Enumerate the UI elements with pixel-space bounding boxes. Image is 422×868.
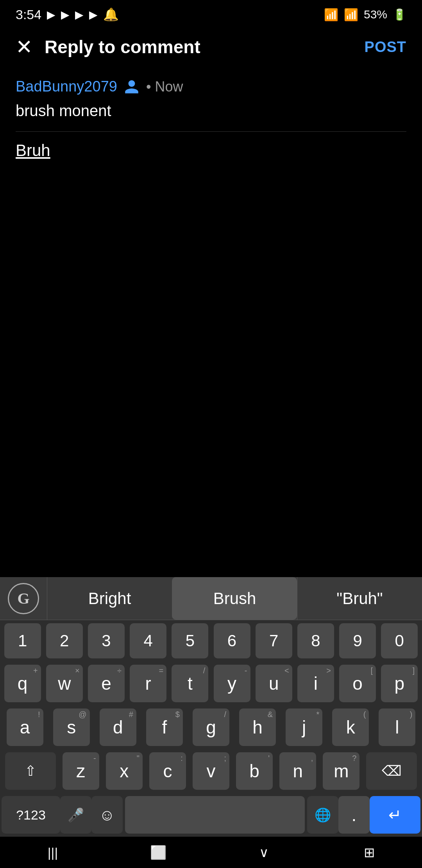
key-u[interactable]: < u	[256, 665, 292, 702]
comment-author-row: BadBunny2079 • Now	[16, 78, 406, 95]
author-name[interactable]: BadBunny2079	[16, 78, 117, 95]
key-g[interactable]: / g	[193, 708, 229, 746]
header: ✕ Reply to comment POST	[0, 27, 422, 66]
keyboard: G Bright Brush "Bruh" 1 2 3 4 5 6 7 8 9 …	[0, 577, 422, 837]
battery-text: 53%	[364, 8, 387, 21]
key-w[interactable]: × w	[46, 665, 83, 702]
key-p[interactable]: ] p	[381, 665, 418, 702]
key-1[interactable]: 1	[4, 623, 41, 658]
key-0[interactable]: 0	[381, 623, 418, 658]
key-5[interactable]: 5	[172, 623, 208, 658]
emoji-key[interactable]: ☺	[91, 796, 123, 834]
key-c[interactable]: : c	[149, 752, 186, 790]
divider	[16, 131, 406, 132]
suggestion-bruh[interactable]: "Bruh"	[297, 577, 422, 620]
key-z[interactable]: - z	[63, 752, 99, 790]
status-right: 📶 📶 53% 🔋	[324, 8, 406, 22]
yt-icon-1: ▶	[47, 8, 55, 21]
yt-icon-2: ▶	[61, 8, 70, 21]
key-l[interactable]: ) l	[379, 708, 415, 746]
key-s[interactable]: @ s	[53, 708, 90, 746]
key-v[interactable]: ; v	[193, 752, 229, 790]
shift-key[interactable]: ⇧	[5, 752, 56, 790]
page-title: Reply to comment	[45, 36, 353, 57]
key-2[interactable]: 2	[46, 623, 83, 658]
yt-icon-4: ▶	[89, 8, 98, 21]
key-n[interactable]: , n	[279, 752, 316, 790]
key-i[interactable]: > i	[297, 665, 334, 702]
key-a[interactable]: ! a	[7, 708, 43, 746]
key-j[interactable]: * j	[286, 708, 322, 746]
enter-key[interactable]: ↵	[370, 796, 420, 834]
wifi-icon: 📶	[324, 8, 338, 22]
period-key[interactable]: .	[338, 796, 370, 834]
close-button[interactable]: ✕	[16, 37, 33, 57]
key-r[interactable]: = r	[130, 665, 166, 702]
nav-back-button[interactable]: |||	[37, 841, 68, 864]
key-x[interactable]: " x	[106, 752, 143, 790]
key-d[interactable]: # d	[100, 708, 136, 746]
status-time: 3:54	[16, 7, 41, 22]
globe-key[interactable]: 🌐	[307, 796, 338, 834]
suggestions-bar: G Bright Brush "Bruh"	[0, 577, 422, 620]
nav-keyboard-button[interactable]: ⊞	[354, 841, 385, 864]
key-q[interactable]: + q	[4, 665, 41, 702]
comment-area: BadBunny2079 • Now brush monent Bruh	[0, 66, 422, 168]
key-3[interactable]: 3	[88, 623, 125, 658]
battery-icon: 🔋	[393, 8, 406, 21]
status-left: 3:54 ▶ ▶ ▶ ▶ 🔔	[16, 7, 119, 22]
reply-input-text[interactable]: Bruh	[16, 141, 406, 160]
number-row: 1 2 3 4 5 6 7 8 9 0	[0, 620, 422, 662]
key-m[interactable]: ? m	[323, 752, 359, 790]
key-o[interactable]: [ o	[339, 665, 376, 702]
key-f[interactable]: $ f	[146, 708, 183, 746]
key-6[interactable]: 6	[214, 623, 250, 658]
navigation-bar: ||| ⬜ ∨ ⊞	[0, 837, 422, 868]
key-k[interactable]: ( k	[332, 708, 369, 746]
key-7[interactable]: 7	[256, 623, 292, 658]
suggestion-brush[interactable]: Brush	[172, 577, 297, 620]
key-y[interactable]: - y	[214, 665, 250, 702]
key-4[interactable]: 4	[130, 623, 166, 658]
yt-icon-3: ▶	[75, 8, 84, 21]
row-asdf: ! a @ s # d $ f / g & h * j ( k	[0, 705, 422, 749]
notification-icon: 🔔	[103, 7, 119, 22]
nav-down-button[interactable]: ∨	[248, 841, 279, 864]
signal-icon: 📶	[344, 8, 358, 22]
mic-key[interactable]: 🎤	[60, 796, 91, 834]
numbers-key[interactable]: ?123	[2, 796, 60, 834]
bottom-row: ?123 🎤 ☺ 🌐 . ↵	[0, 793, 422, 837]
key-h[interactable]: & h	[239, 708, 276, 746]
comment-time: • Now	[146, 79, 183, 95]
post-button[interactable]: POST	[365, 39, 406, 56]
key-8[interactable]: 8	[297, 623, 334, 658]
grammarly-icon: G	[4, 579, 43, 618]
author-avatar-icon	[123, 79, 140, 95]
status-bar: 3:54 ▶ ▶ ▶ ▶ 🔔 📶 📶 53% 🔋	[0, 0, 422, 27]
key-9[interactable]: 9	[339, 623, 376, 658]
key-b[interactable]: ' b	[236, 752, 273, 790]
row-zxcv: ⇧ - z " x : c ; v ' b , n ? m	[0, 749, 422, 793]
nav-home-button[interactable]: ⬜	[143, 841, 174, 864]
suggestion-bright[interactable]: Bright	[47, 577, 172, 620]
comment-text: brush monent	[16, 102, 406, 127]
space-key[interactable]	[125, 796, 305, 834]
key-t[interactable]: / t	[172, 665, 208, 702]
backspace-key[interactable]: ⌫	[366, 752, 417, 790]
row-qwerty: + q × w ÷ e = r / t - y < u > i	[0, 662, 422, 705]
key-e[interactable]: ÷ e	[88, 665, 125, 702]
